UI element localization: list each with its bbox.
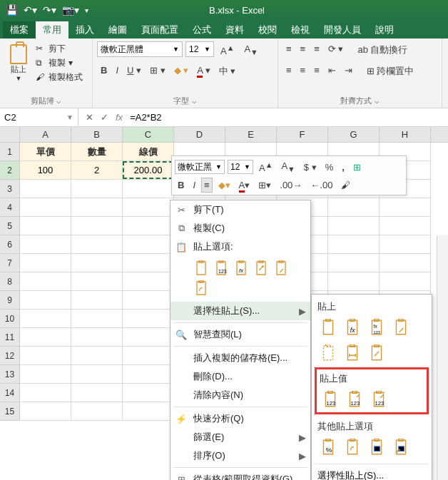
sub-paste-values-num-icon[interactable]: 123 bbox=[344, 389, 365, 409]
mini-comma-icon[interactable]: , bbox=[339, 160, 347, 175]
sub-paste-link-icon[interactable] bbox=[342, 437, 363, 457]
font-name-select[interactable]: 微軟正黑體▼ bbox=[97, 41, 183, 57]
sub-paste-noborder-icon[interactable] bbox=[317, 343, 339, 363]
mini-formats-icon[interactable]: ⊞ bbox=[350, 160, 364, 175]
ctx-clear[interactable]: 清除內容(N) bbox=[170, 386, 310, 404]
row-9[interactable]: 9 bbox=[0, 291, 20, 310]
tab-layout[interactable]: 頁面配置 bbox=[134, 21, 185, 39]
mini-font-select[interactable]: 微軟正黑▼ bbox=[175, 160, 225, 174]
fx-icon[interactable]: fx bbox=[116, 112, 123, 123]
cell-B2[interactable]: 2 bbox=[71, 161, 123, 180]
sub-paste-formatting-icon[interactable]: % bbox=[317, 437, 339, 457]
sub-paste-values-icon[interactable]: 123 bbox=[320, 389, 341, 409]
tab-dev[interactable]: 開發人員 bbox=[317, 21, 368, 39]
align-bottom-icon[interactable]: ≡ bbox=[310, 41, 323, 58]
align-right-icon[interactable]: ≡ bbox=[310, 63, 323, 80]
col-E[interactable]: E bbox=[225, 127, 277, 142]
undo-icon[interactable]: ↶▾ bbox=[24, 4, 37, 16]
sub-paste-special-link[interactable]: 選擇性貼上(S)... bbox=[316, 466, 427, 480]
border-button[interactable]: ⊞ ▾ bbox=[146, 63, 169, 80]
row-10[interactable]: 10 bbox=[0, 310, 20, 328]
sub-paste-values-format-icon[interactable]: 123 bbox=[368, 389, 390, 409]
ctx-filter[interactable]: 篩選(E)▶ bbox=[170, 428, 310, 446]
col-B[interactable]: B bbox=[71, 127, 123, 142]
col-D[interactable]: D bbox=[174, 127, 225, 142]
row-4[interactable]: 4 bbox=[0, 198, 20, 217]
col-G[interactable]: G bbox=[328, 127, 380, 142]
row-13[interactable]: 13 bbox=[0, 365, 20, 384]
ctx-from-table[interactable]: ⊞從表格/範圍取得資料(G)... bbox=[170, 470, 310, 480]
sub-paste-all-icon[interactable] bbox=[317, 317, 339, 337]
row-6[interactable]: 6 bbox=[0, 235, 20, 254]
mini-fill-color-icon[interactable]: ◆▾ bbox=[215, 178, 233, 193]
row-3[interactable]: 3 bbox=[0, 180, 20, 198]
sub-paste-formulas-icon[interactable]: fx bbox=[342, 317, 363, 337]
mini-bold-button[interactable]: B bbox=[175, 178, 187, 193]
tab-help[interactable]: 說明 bbox=[368, 21, 401, 39]
col-F[interactable]: F bbox=[277, 127, 328, 142]
merge-center-button[interactable]: ⊞ 跨欄置中 bbox=[363, 63, 418, 80]
ctx-delete[interactable]: 刪除(D)... bbox=[170, 367, 310, 386]
redo-icon[interactable]: ↷▾ bbox=[43, 4, 56, 16]
cut-button[interactable]: ✂剪下 bbox=[36, 41, 83, 56]
row-2[interactable]: 2 bbox=[0, 161, 20, 180]
align-center-icon[interactable]: ≡ bbox=[297, 63, 310, 80]
paste-option-formulas-icon[interactable]: fx bbox=[232, 259, 250, 277]
cell-C2[interactable]: 200.00 bbox=[123, 161, 174, 180]
ctx-quick-analysis[interactable]: ⚡快速分析(Q) bbox=[170, 409, 310, 428]
tab-review[interactable]: 校閱 bbox=[251, 21, 284, 39]
cell-B1[interactable]: 數量 bbox=[71, 143, 123, 161]
row-1[interactable]: 1 bbox=[0, 143, 20, 161]
row-15[interactable]: 15 bbox=[0, 402, 20, 421]
scrollbar-vertical[interactable] bbox=[437, 235, 448, 480]
row-12[interactable]: 12 bbox=[0, 347, 20, 365]
mini-fontsize-select[interactable]: 12▼ bbox=[228, 160, 253, 174]
sub-paste-colwidth-icon[interactable] bbox=[342, 343, 363, 363]
mini-increase-font-icon[interactable]: A▲ bbox=[256, 158, 275, 175]
sub-paste-formulas-num-icon[interactable]: fx123 bbox=[366, 317, 387, 337]
mini-dec-decimal-icon[interactable]: ←.00 bbox=[307, 178, 335, 193]
tab-home[interactable]: 常用 bbox=[36, 21, 68, 39]
mini-font-color-icon[interactable]: A▾ bbox=[236, 178, 253, 193]
formula-input[interactable]: =A2*B2 bbox=[130, 112, 161, 123]
save-icon[interactable]: 💾 bbox=[6, 4, 18, 16]
paste-button[interactable]: 貼上 ▼ bbox=[4, 41, 33, 84]
mini-currency-icon[interactable]: $ ▾ bbox=[301, 160, 320, 175]
font-color-button[interactable]: A ▾ bbox=[193, 63, 214, 80]
cell-A1[interactable]: 單價 bbox=[20, 143, 71, 161]
col-C[interactable]: C bbox=[123, 127, 174, 142]
ctx-smart-lookup[interactable]: 🔍智慧查閱(L) bbox=[170, 325, 310, 344]
underline-button[interactable]: U ▾ bbox=[123, 63, 145, 80]
fill-color-button[interactable]: ◆ ▾ bbox=[170, 63, 193, 80]
cell-C1[interactable]: 線價 bbox=[123, 143, 174, 161]
phonetic-button[interactable]: 中 ▾ bbox=[215, 63, 240, 80]
font-size-select[interactable]: 12▼ bbox=[185, 41, 214, 57]
row-14[interactable]: 14 bbox=[0, 384, 20, 402]
mini-inc-decimal-icon[interactable]: .00→ bbox=[277, 178, 305, 193]
col-A[interactable]: A bbox=[20, 127, 71, 142]
tab-formulas[interactable]: 公式 bbox=[185, 21, 218, 39]
indent-increase-icon[interactable]: ⇥ bbox=[341, 63, 356, 80]
tab-file[interactable]: 檔案 bbox=[3, 21, 36, 39]
cancel-formula-icon[interactable]: ✕ bbox=[86, 112, 93, 123]
decrease-font-icon[interactable]: A▼ bbox=[240, 41, 261, 58]
increase-font-icon[interactable]: A▲ bbox=[217, 41, 238, 58]
sub-paste-picture-icon[interactable] bbox=[366, 437, 387, 457]
bold-button[interactable]: B bbox=[97, 63, 111, 80]
align-left-icon[interactable]: ≡ bbox=[282, 63, 295, 80]
cell-A2[interactable]: 100 bbox=[20, 161, 71, 180]
mini-align-center-icon[interactable]: ≡ bbox=[201, 178, 213, 193]
accept-formula-icon[interactable]: ✓ bbox=[101, 112, 108, 123]
col-H[interactable]: H bbox=[380, 127, 431, 142]
sub-paste-keep-format-icon[interactable] bbox=[390, 317, 412, 337]
orientation-icon[interactable]: ⟳ ▾ bbox=[325, 41, 347, 58]
row-11[interactable]: 11 bbox=[0, 328, 20, 347]
mini-decrease-font-icon[interactable]: A▼ bbox=[278, 158, 297, 175]
mini-border-icon[interactable]: ⊞▾ bbox=[255, 178, 274, 193]
indent-decrease-icon[interactable]: ⇤ bbox=[325, 63, 340, 80]
paste-option-values-icon[interactable]: 123 bbox=[212, 259, 230, 277]
format-painter-button[interactable]: 🖌複製格式 bbox=[36, 70, 83, 84]
paste-option-all-icon[interactable] bbox=[192, 259, 210, 277]
sub-paste-transpose-icon[interactable] bbox=[366, 343, 387, 363]
row-7[interactable]: 7 bbox=[0, 254, 20, 272]
